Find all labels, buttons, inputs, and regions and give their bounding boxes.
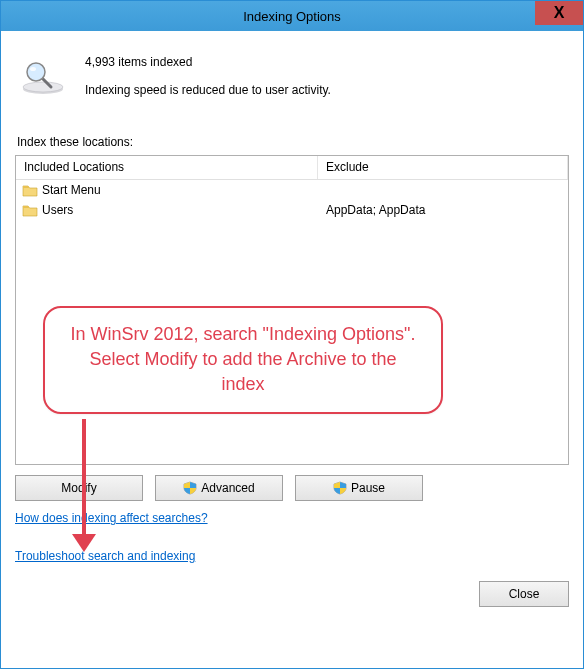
button-row: Modify Advanced — [15, 475, 569, 501]
pause-label: Pause — [351, 481, 385, 495]
locations-rows: Start Menu Users AppData; AppData — [16, 180, 568, 220]
svg-point-4 — [30, 67, 36, 71]
row-exclude-label: AppData; AppData — [318, 203, 568, 217]
row-included-label: Start Menu — [42, 183, 101, 197]
advanced-button[interactable]: Advanced — [155, 475, 283, 501]
column-header-included[interactable]: Included Locations — [16, 156, 318, 179]
indexing-speed-status: Indexing speed is reduced due to user ac… — [85, 83, 331, 97]
row-included-label: Users — [42, 203, 73, 217]
items-indexed-count: 4,993 items indexed — [85, 55, 331, 69]
pause-button[interactable]: Pause — [295, 475, 423, 501]
advanced-label: Advanced — [201, 481, 254, 495]
how-indexing-link[interactable]: How does indexing affect searches? — [15, 511, 569, 525]
titlebar: Indexing Options X — [1, 1, 583, 31]
annotation-arrow — [79, 419, 89, 549]
window-title: Indexing Options — [243, 9, 341, 24]
window-close-button[interactable]: X — [535, 1, 583, 25]
svg-point-3 — [27, 63, 45, 81]
close-icon: X — [554, 4, 565, 22]
annotation-callout: In WinSrv 2012, search "Indexing Options… — [43, 306, 443, 414]
column-header-exclude[interactable]: Exclude — [318, 156, 568, 179]
svg-point-1 — [23, 82, 63, 92]
index-locations-label: Index these locations: — [17, 135, 569, 149]
status-text: 4,993 items indexed Indexing speed is re… — [85, 51, 331, 97]
shield-icon — [333, 481, 347, 495]
close-button[interactable]: Close — [479, 581, 569, 607]
indexing-options-window: Indexing Options X 4,993 items indexed I… — [0, 0, 584, 669]
status-row: 4,993 items indexed Indexing speed is re… — [15, 45, 569, 107]
table-row[interactable]: Start Menu — [16, 180, 568, 200]
table-row[interactable]: Users AppData; AppData — [16, 200, 568, 220]
footer: Close — [15, 563, 569, 607]
content-area: 4,993 items indexed Indexing speed is re… — [1, 31, 583, 668]
shield-icon — [183, 481, 197, 495]
folder-icon — [22, 183, 38, 197]
magnifier-icon — [19, 57, 67, 97]
folder-icon — [22, 203, 38, 217]
locations-header: Included Locations Exclude — [16, 156, 568, 180]
troubleshoot-link[interactable]: Troubleshoot search and indexing — [15, 549, 569, 563]
